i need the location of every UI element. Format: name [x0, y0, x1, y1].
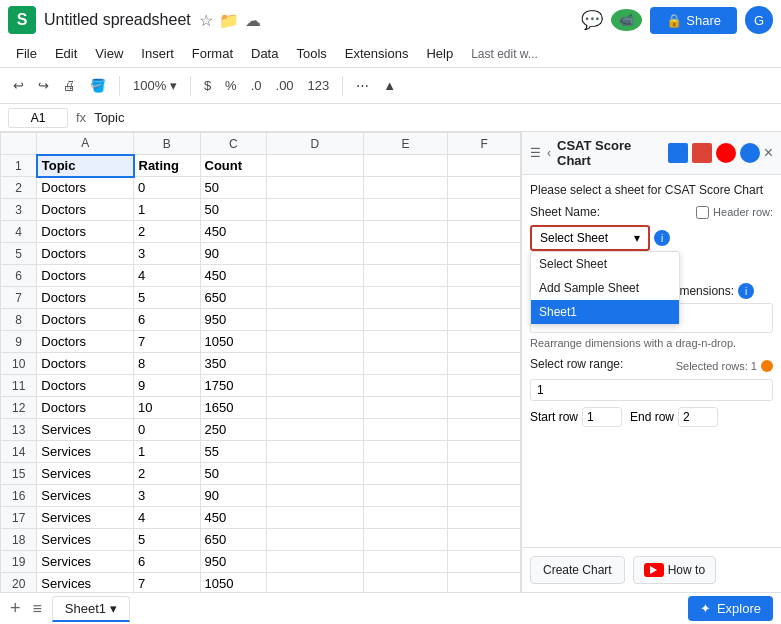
- panel-back-icon[interactable]: ‹: [547, 146, 551, 160]
- currency-button[interactable]: $: [199, 75, 216, 96]
- cell-1-b[interactable]: Rating: [134, 155, 201, 177]
- table-scroll[interactable]: A B C D E F 1TopicRatingCount2Doctors050…: [0, 132, 521, 592]
- sheet-tab-arrow[interactable]: ▾: [110, 601, 117, 616]
- cell-4-d[interactable]: [267, 221, 364, 243]
- table-row[interactable]: 2Doctors050: [1, 177, 521, 199]
- cell-6-c[interactable]: 450: [200, 265, 267, 287]
- cell-8-f[interactable]: [448, 309, 521, 331]
- cell-20-b[interactable]: 7: [134, 573, 201, 593]
- row-number[interactable]: 10: [1, 353, 37, 375]
- row-number[interactable]: 11: [1, 375, 37, 397]
- row-number[interactable]: 12: [1, 397, 37, 419]
- cell-12-b[interactable]: 10: [134, 397, 201, 419]
- cell-2-f[interactable]: [448, 177, 521, 199]
- decimal1-button[interactable]: .0: [246, 75, 267, 96]
- chartexpo-icon2[interactable]: [692, 143, 712, 163]
- cell-20-a[interactable]: Services: [37, 573, 134, 593]
- table-row[interactable]: 13Services0250: [1, 419, 521, 441]
- cell-9-d[interactable]: [267, 331, 364, 353]
- cell-11-c[interactable]: 1750: [200, 375, 267, 397]
- cell-19-e[interactable]: [363, 551, 448, 573]
- cell-16-d[interactable]: [267, 485, 364, 507]
- star-icon[interactable]: ☆: [199, 11, 213, 30]
- chartexpo-user-icon[interactable]: [740, 143, 760, 163]
- cell-1-e[interactable]: [363, 155, 448, 177]
- cell-5-a[interactable]: Doctors: [37, 243, 134, 265]
- col-header-b[interactable]: B: [134, 133, 201, 155]
- cell-15-c[interactable]: 50: [200, 463, 267, 485]
- row-number[interactable]: 15: [1, 463, 37, 485]
- cell-20-e[interactable]: [363, 573, 448, 593]
- folder-icon[interactable]: 📁: [219, 11, 239, 30]
- row-number[interactable]: 7: [1, 287, 37, 309]
- how-to-button[interactable]: How to: [633, 556, 716, 584]
- table-row[interactable]: 19Services6950: [1, 551, 521, 573]
- menu-format[interactable]: Format: [184, 44, 241, 63]
- meet-icon[interactable]: 📹: [611, 9, 642, 31]
- cell-16-e[interactable]: [363, 485, 448, 507]
- cell-18-d[interactable]: [267, 529, 364, 551]
- table-row[interactable]: 16Services390: [1, 485, 521, 507]
- cell-10-d[interactable]: [267, 353, 364, 375]
- formula-input[interactable]: [94, 110, 773, 125]
- paint-button[interactable]: 🪣: [85, 75, 111, 96]
- cell-19-f[interactable]: [448, 551, 521, 573]
- cell-16-b[interactable]: 3: [134, 485, 201, 507]
- table-row[interactable]: 18Services5650: [1, 529, 521, 551]
- table-row[interactable]: 10Doctors8350: [1, 353, 521, 375]
- col-header-a[interactable]: A: [37, 133, 134, 155]
- sheet-tab-sheet1[interactable]: Sheet1 ▾: [52, 596, 130, 622]
- cell-3-e[interactable]: [363, 199, 448, 221]
- cell-15-a[interactable]: Services: [37, 463, 134, 485]
- redo-button[interactable]: ↪: [33, 75, 54, 96]
- cloud-icon[interactable]: ☁: [245, 11, 261, 30]
- explore-button[interactable]: ✦ Explore: [688, 596, 773, 621]
- cell-6-f[interactable]: [448, 265, 521, 287]
- comments-icon[interactable]: 💬: [581, 9, 603, 31]
- cell-9-c[interactable]: 1050: [200, 331, 267, 353]
- cell-4-b[interactable]: 2: [134, 221, 201, 243]
- cell-8-c[interactable]: 950: [200, 309, 267, 331]
- table-row[interactable]: 11Doctors91750: [1, 375, 521, 397]
- row-number[interactable]: 5: [1, 243, 37, 265]
- cell-15-f[interactable]: [448, 463, 521, 485]
- percent-button[interactable]: %: [220, 75, 242, 96]
- cell-5-e[interactable]: [363, 243, 448, 265]
- dropdown-option-sample[interactable]: Add Sample Sheet: [531, 276, 679, 300]
- table-row[interactable]: 4Doctors2450: [1, 221, 521, 243]
- cell-17-b[interactable]: 4: [134, 507, 201, 529]
- cell-18-e[interactable]: [363, 529, 448, 551]
- cell-10-b[interactable]: 8: [134, 353, 201, 375]
- cell-2-b[interactable]: 0: [134, 177, 201, 199]
- cell-10-e[interactable]: [363, 353, 448, 375]
- cell-15-b[interactable]: 2: [134, 463, 201, 485]
- cell-8-b[interactable]: 6: [134, 309, 201, 331]
- cell-11-a[interactable]: Doctors: [37, 375, 134, 397]
- menu-edit[interactable]: Edit: [47, 44, 85, 63]
- cell-5-d[interactable]: [267, 243, 364, 265]
- cell-9-a[interactable]: Doctors: [37, 331, 134, 353]
- cell-2-e[interactable]: [363, 177, 448, 199]
- cell-14-c[interactable]: 55: [200, 441, 267, 463]
- cell-18-a[interactable]: Services: [37, 529, 134, 551]
- menu-view[interactable]: View: [87, 44, 131, 63]
- more-button[interactable]: ⋯: [351, 75, 374, 96]
- cell-2-a[interactable]: Doctors: [37, 177, 134, 199]
- cell-15-e[interactable]: [363, 463, 448, 485]
- cell-9-b[interactable]: 7: [134, 331, 201, 353]
- cell-13-a[interactable]: Services: [37, 419, 134, 441]
- cell-14-e[interactable]: [363, 441, 448, 463]
- decimal2-button[interactable]: .00: [271, 75, 299, 96]
- info-icon-3[interactable]: i: [738, 283, 754, 299]
- cell-4-c[interactable]: 450: [200, 221, 267, 243]
- chartexpo-icon1[interactable]: [668, 143, 688, 163]
- menu-extensions[interactable]: Extensions: [337, 44, 417, 63]
- menu-file[interactable]: File: [8, 44, 45, 63]
- table-row[interactable]: 6Doctors4450: [1, 265, 521, 287]
- cell-6-a[interactable]: Doctors: [37, 265, 134, 287]
- cell-4-e[interactable]: [363, 221, 448, 243]
- col-header-f[interactable]: F: [448, 133, 521, 155]
- sheet-list-button[interactable]: ≡: [31, 598, 44, 620]
- cell-18-b[interactable]: 5: [134, 529, 201, 551]
- cell-19-b[interactable]: 6: [134, 551, 201, 573]
